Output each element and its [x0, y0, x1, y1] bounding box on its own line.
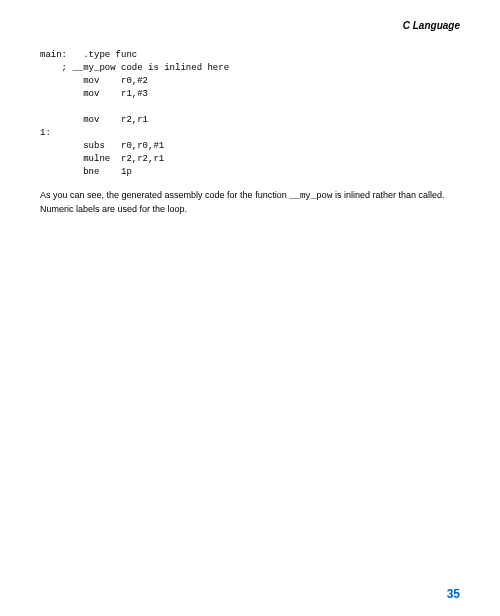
- explanation-paragraph: As you can see, the generated assembly c…: [40, 189, 460, 215]
- inline-code: __my_pow: [289, 191, 332, 201]
- page-header-title: C Language: [40, 20, 460, 31]
- code-line: 1:: [40, 128, 51, 138]
- code-line: mulne r2,r2,r1: [40, 154, 164, 164]
- page-number: 35: [447, 587, 460, 601]
- code-line: subs r0,r0,#1: [40, 141, 164, 151]
- code-line: main: .type func: [40, 50, 137, 60]
- paragraph-text: As you can see, the generated assembly c…: [40, 190, 289, 200]
- code-line: mov r0,#2: [40, 76, 148, 86]
- code-line: ; __my_pow code is inlined here: [40, 63, 229, 73]
- code-line: bne 1p: [40, 167, 132, 177]
- code-line: mov r1,#3: [40, 89, 148, 99]
- code-line: mov r2,r1: [40, 115, 148, 125]
- assembly-code-block: main: .type func ; __my_pow code is inli…: [40, 49, 460, 179]
